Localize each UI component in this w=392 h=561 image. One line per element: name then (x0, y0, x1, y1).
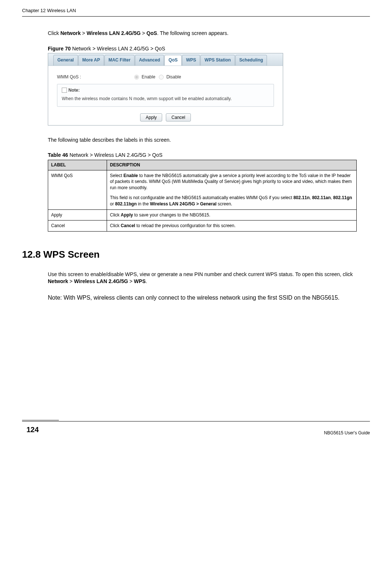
tab-scheduling[interactable]: Scheduling (235, 55, 267, 66)
enable-label: Enable (142, 74, 155, 80)
cell-label: Apply (48, 209, 107, 220)
header-rule (22, 16, 370, 17)
wmm-enable-option[interactable]: Enable (131, 74, 155, 80)
note-body: When the wireless mode contains N mode, … (62, 96, 269, 102)
wmm-qos-label: WMM QoS : (57, 74, 131, 80)
text-bold: WPS (134, 278, 146, 284)
text: Use this screen to enable/disable WPS, v… (48, 271, 353, 277)
table-row: WMM QoS Select Enable to have the NBG561… (48, 170, 357, 209)
cell-label: WMM QoS (48, 170, 107, 209)
tab-general[interactable]: General (53, 55, 78, 66)
text: in the (137, 201, 150, 207)
cell-description: Select Enable to have the NBG5615 automa… (107, 170, 357, 209)
text-bold: Cancel (121, 223, 135, 228)
text-bold: Wireless LAN 2.4G/5G (86, 30, 140, 36)
text: > (140, 30, 146, 36)
form-area: WMM QoS : Enable Disable Note: When the … (48, 66, 283, 110)
footer-rule-short (22, 420, 59, 420)
note-header: Note: (62, 87, 269, 94)
text-bold: 802.11n (293, 195, 310, 200)
text: Click (110, 223, 121, 228)
cell-label: Cancel (48, 220, 107, 232)
text-bold: Network (60, 30, 81, 36)
table-row: Apply Click Apply to save your changes t… (48, 209, 357, 220)
wmm-qos-row: WMM QoS : Enable Disable (57, 74, 274, 80)
footer-rule-full (22, 421, 370, 421)
wps-intro: Use this screen to enable/disable WPS, v… (48, 271, 370, 285)
table-title: Network > Wireless LAN 2.4G/5G > QoS (70, 152, 163, 158)
tab-wps-station[interactable]: WPS Station (200, 55, 235, 66)
chapter-header: Chapter 12 Wireless LAN (22, 7, 370, 14)
table-header-row: LABEL DESCRIPTION (48, 160, 357, 170)
cancel-button[interactable]: Cancel (166, 113, 190, 121)
page-number: 124 (22, 423, 43, 436)
text-bold: Network (48, 278, 68, 284)
footer-row: 124 NBG5615 User's Guide (22, 423, 370, 436)
th-label: LABEL (48, 160, 107, 170)
text: . (146, 278, 147, 284)
text: This field is not configurable and the N… (110, 195, 293, 200)
text: > (128, 278, 134, 284)
wmm-disable-option[interactable]: Disable (155, 74, 181, 80)
tab-qos[interactable]: QoS (164, 55, 182, 66)
section-title: 12.8 WPS Screen (22, 248, 370, 261)
text: Click (48, 30, 60, 36)
table-row: Cancel Click Cancel to reload the previo… (48, 220, 357, 232)
tab-mac-filter[interactable]: MAC Filter (104, 55, 135, 66)
table-intro: The following table describes the labels… (48, 137, 370, 144)
footer-guide-title: NBG5615 User's Guide (324, 430, 370, 436)
cell-description: Click Apply to save your changes to the … (107, 209, 357, 220)
text-bold: Wireless LAN 24G/5G > General (150, 201, 217, 207)
text: , (310, 195, 312, 200)
tab-advanced[interactable]: Advanced (135, 55, 164, 66)
radio-enable[interactable] (134, 75, 139, 80)
text: Select (110, 173, 124, 178)
text: . The following screen appears. (157, 30, 228, 36)
note-title: Note: (68, 87, 80, 94)
th-description: DESCRIPTION (107, 160, 357, 170)
cell-description: Click Cancel to reload the previous conf… (107, 220, 357, 232)
text: > (81, 30, 86, 36)
screenshot-qos: General More AP MAC Filter Advanced QoS … (48, 53, 283, 125)
text: Click (110, 212, 121, 218)
tab-more-ap[interactable]: More AP (78, 55, 104, 66)
note-icon (62, 88, 67, 93)
footer: 124 NBG5615 User's Guide (22, 420, 370, 436)
spec-table: LABEL DESCRIPTION WMM QoS Select Enable … (48, 160, 357, 232)
button-row: Apply Cancel (48, 110, 283, 125)
figure-number: Figure 70 (48, 46, 72, 52)
text-bold: Apply (121, 212, 133, 218)
apply-button[interactable]: Apply (140, 113, 162, 121)
note-line: Note: With WPS, wireless clients can onl… (48, 293, 370, 302)
text: to reload the previous configuration for… (135, 223, 236, 228)
text: or (110, 201, 115, 207)
tab-wps[interactable]: WPS (182, 55, 200, 66)
radio-disable[interactable] (159, 75, 164, 80)
text: to have the NBG5615 automatically give a… (110, 173, 352, 191)
text-bold: QoS (146, 30, 157, 36)
figure-caption: Figure 70 Network > Wireless LAN 2.4G/5G… (48, 45, 370, 53)
text: to save your changes to the NBG5615. (133, 212, 210, 218)
text-bold: Wireless LAN 2.4G/5G (74, 278, 128, 284)
figure-title: Network > Wireless LAN 2.4G/5G > QoS (72, 46, 165, 52)
table-caption: Table 46 Network > Wireless LAN 2.4G/5G … (48, 152, 370, 159)
intro-paragraph: Click Network > Wireless LAN 2.4G/5G > Q… (48, 30, 370, 37)
text-bold: 802.11an (312, 195, 331, 200)
table-number: Table 46 (48, 152, 70, 158)
text: > (68, 278, 74, 284)
text-bold: 802.11gn (333, 195, 352, 200)
text-bold: 802.11bgn (115, 201, 137, 207)
disable-label: Disable (166, 74, 181, 80)
note-box: Note: When the wireless mode contains N … (57, 84, 274, 107)
text: screen. (217, 201, 232, 207)
text-bold: Enable (124, 173, 138, 178)
tabs-row: General More AP MAC Filter Advanced QoS … (48, 53, 283, 66)
